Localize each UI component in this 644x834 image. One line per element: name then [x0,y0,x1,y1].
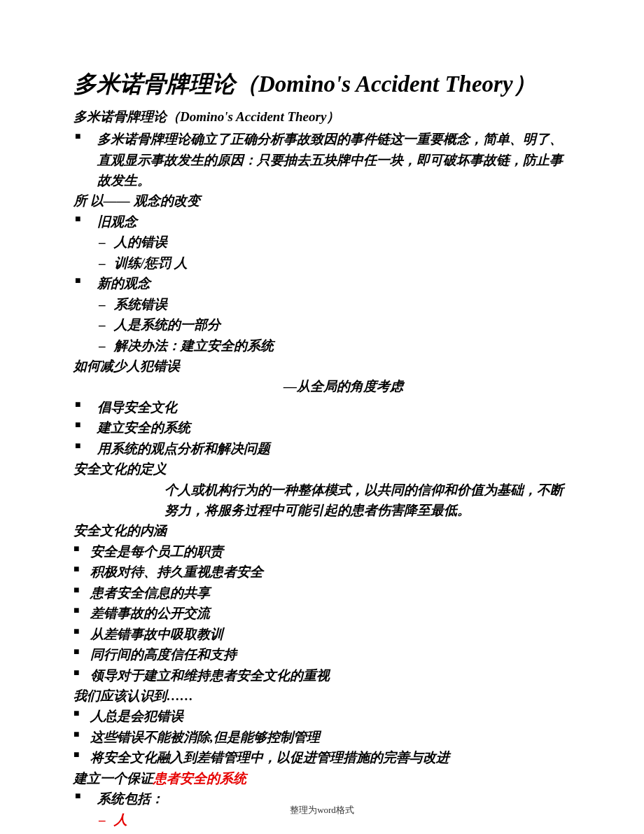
realize-heading: 我们应该认识到…… [74,686,570,706]
safety-def-body: 个人或机构行为的一种整体模式，以共同的信仰和价值为基础，不断努力，将服务过程中可… [74,480,570,521]
new-concept-label: 新的观念 [74,273,570,293]
document-page: 多米诺骨牌理论（Domino's Accident Theory） 多米诺骨牌理… [0,0,644,834]
old-concept-item: 训练/惩罚 人 [74,253,570,273]
safety-content-item: 积极对待、持久重视患者安全 [74,562,570,582]
build-system-heading: 建立一个保证患者安全的系统 [74,768,570,788]
build-system-highlight: 患者安全的系统 [153,771,246,786]
safety-content-item: 差错事故的公开交流 [74,603,570,623]
safety-content-item: 领导对于建立和维持患者安全文化的重视 [74,665,570,686]
new-concept-item: 人是系统的一部分 [74,314,570,335]
new-concept-item: 系统错误 [74,294,570,314]
safety-content-item: 同行间的高度信任和支持 [74,644,570,665]
old-concept-item: 人的错误 [74,232,570,252]
reduce-item: 倡导安全文化 [74,397,570,417]
intro-bullet: 多米诺骨牌理论确立了正确分析事故致因的事件链这一重要概念，简单、明了、直观显示事… [74,129,570,190]
old-concept-label: 旧观念 [74,211,570,232]
safety-content-heading: 安全文化的内涵 [74,520,570,541]
subtitle: 多米诺骨牌理论（Domino's Accident Theory） [74,108,570,126]
safety-content-item: 安全是每个员工的职责 [74,541,570,562]
reduce-item: 用系统的观点分析和解决问题 [74,438,570,459]
realize-item: 人总是会犯错误 [74,706,570,726]
realize-item: 这些错误不能被消除,但是能够控制管理 [74,727,570,747]
safety-def-heading: 安全文化的定义 [74,459,570,479]
reduce-item: 建立安全的系统 [74,417,570,438]
safety-content-item: 患者安全信息的共享 [74,583,570,603]
reduce-subtitle: —从全局的角度考虑 [74,376,570,396]
realize-item: 将安全文化融入到差错管理中，以促进管理措施的完善与改进 [74,747,570,767]
concept-change-heading: 所 以—— 观念的改变 [74,190,570,211]
page-title: 多米诺骨牌理论（Domino's Accident Theory） [74,67,570,102]
page-footer: 整理为word格式 [0,804,644,816]
safety-content-item: 从差错事故中吸取教训 [74,624,570,644]
build-system-prefix: 建立一个保证 [74,771,153,786]
reduce-heading: 如何减少人犯错误 [74,356,570,376]
new-concept-item: 解决办法：建立安全的系统 [74,335,570,356]
